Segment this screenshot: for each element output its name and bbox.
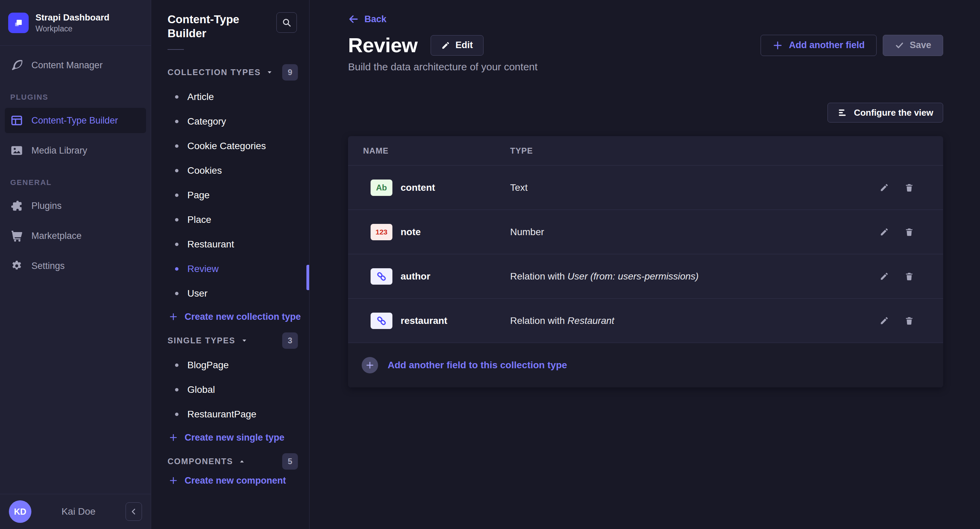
edit-field-button[interactable] bbox=[880, 227, 889, 236]
field-type-cell: Relation with User (from: users-permissi… bbox=[510, 271, 880, 282]
nav-item-marketplace[interactable]: Marketplace bbox=[5, 223, 146, 249]
nav-section-general: GENERAL bbox=[10, 178, 141, 187]
bullet-icon bbox=[175, 267, 178, 271]
nav-item-content-manager[interactable]: Content Manager bbox=[5, 53, 146, 78]
configure-row: Configure the view bbox=[348, 103, 943, 123]
field-type-cell: Relation with Restaurant bbox=[510, 315, 880, 326]
bullet-icon bbox=[175, 218, 178, 221]
single-types-count-badge: 3 bbox=[282, 332, 298, 349]
table-header: NAME TYPE bbox=[348, 136, 943, 166]
collection-type-item-article[interactable]: Article bbox=[151, 84, 309, 109]
collapse-nav-button[interactable] bbox=[126, 502, 142, 521]
column-header-name: NAME bbox=[363, 146, 510, 156]
active-item-indicator bbox=[306, 265, 309, 290]
collection-types-header: COLLECTION TYPES 9 bbox=[151, 64, 309, 81]
edit-field-button[interactable] bbox=[880, 183, 889, 192]
edit-field-button[interactable] bbox=[880, 272, 889, 281]
text-field-icon: Ab bbox=[371, 180, 392, 196]
create-new-single-type-link[interactable]: Create new single type bbox=[151, 427, 285, 448]
delete-field-button[interactable] bbox=[905, 272, 914, 281]
caret-up-icon[interactable] bbox=[239, 458, 245, 465]
plus-icon bbox=[169, 312, 178, 321]
trash-icon bbox=[905, 227, 914, 236]
field-name-cell: Ab content bbox=[363, 180, 510, 196]
chevron-left-icon bbox=[129, 507, 138, 516]
user-section: KD Kai Doe bbox=[0, 494, 151, 529]
collection-type-item-restaurant[interactable]: Restaurant bbox=[151, 232, 309, 257]
bullet-icon bbox=[175, 169, 178, 172]
collection-type-item-place[interactable]: Place bbox=[151, 207, 309, 232]
back-link[interactable]: Back bbox=[348, 14, 387, 25]
row-actions bbox=[880, 316, 914, 325]
number-field-icon: 123 bbox=[371, 224, 392, 240]
content-type-builder-panel: Content-Type Builder COLLECTION TYPES 9 … bbox=[151, 0, 310, 529]
collection-type-item-category[interactable]: Category bbox=[151, 109, 309, 134]
plus-icon bbox=[773, 40, 783, 51]
workspace-brand[interactable]: Strapi Dashboard Workplace bbox=[0, 0, 151, 46]
arrow-left-icon bbox=[348, 14, 359, 25]
nav-item-label: Content Manager bbox=[32, 60, 103, 71]
main-nav: Strapi Dashboard Workplace Content Manag… bbox=[0, 0, 151, 529]
single-type-item-restaurantpage[interactable]: RestaurantPage bbox=[151, 402, 309, 427]
plus-icon bbox=[169, 476, 178, 485]
bullet-icon bbox=[175, 144, 178, 148]
single-type-item-blogpage[interactable]: BlogPage bbox=[151, 353, 309, 378]
single-types-header: SINGLE TYPES 3 bbox=[151, 332, 309, 349]
bullet-icon bbox=[175, 413, 178, 416]
media-library-icon bbox=[10, 144, 23, 157]
delete-field-button[interactable] bbox=[905, 183, 914, 192]
field-type-cell: Text bbox=[510, 182, 880, 193]
caret-down-icon[interactable] bbox=[241, 337, 248, 344]
collection-type-item-review[interactable]: Review bbox=[151, 257, 309, 281]
pencil-icon bbox=[441, 41, 450, 50]
add-another-field-button[interactable]: Add another field bbox=[760, 35, 877, 56]
add-field-circle-button[interactable] bbox=[362, 357, 378, 373]
collection-types-label[interactable]: COLLECTION TYPES bbox=[167, 68, 261, 77]
row-actions bbox=[880, 183, 914, 192]
table-row: restaurant Relation with Restaurant bbox=[348, 299, 943, 343]
bullet-icon bbox=[175, 120, 178, 123]
edit-field-button[interactable] bbox=[880, 316, 889, 325]
strapi-logo-icon bbox=[8, 13, 29, 33]
bullet-icon bbox=[175, 292, 178, 295]
nav-item-plugins[interactable]: Plugins bbox=[5, 193, 146, 218]
collection-type-item-page[interactable]: Page bbox=[151, 183, 309, 207]
delete-field-button[interactable] bbox=[905, 316, 914, 325]
save-button[interactable]: Save bbox=[883, 35, 943, 56]
single-types-label[interactable]: SINGLE TYPES bbox=[167, 336, 235, 346]
title-row: Review Edit Add another field Save bbox=[348, 33, 943, 57]
fields-table: NAME TYPE Ab content Text 123 note bbox=[348, 136, 943, 387]
nav-item-settings[interactable]: Settings bbox=[5, 253, 146, 279]
nav-item-media-library[interactable]: Media Library bbox=[5, 138, 146, 163]
collection-type-item-user[interactable]: User bbox=[151, 281, 309, 306]
content-type-builder-icon bbox=[10, 114, 23, 127]
trash-icon bbox=[905, 272, 914, 281]
caret-down-icon[interactable] bbox=[266, 69, 273, 76]
components-label[interactable]: COMPONENTS bbox=[167, 457, 233, 466]
search-button[interactable] bbox=[277, 12, 297, 33]
create-new-collection-type-link[interactable]: Create new collection type bbox=[151, 306, 301, 328]
add-another-field-to-collection-link[interactable]: Add another field to this collection typ… bbox=[388, 360, 567, 371]
settings-icon bbox=[10, 260, 23, 272]
edit-button[interactable]: Edit bbox=[431, 35, 484, 56]
collection-type-item-cookies[interactable]: Cookies bbox=[151, 158, 309, 183]
brand-title: Strapi Dashboard bbox=[35, 12, 110, 23]
pencil-icon bbox=[880, 183, 889, 192]
field-name-cell: 123 note bbox=[363, 224, 510, 240]
collection-types-count-badge: 9 bbox=[282, 64, 298, 81]
nav-item-label: Settings bbox=[32, 261, 65, 271]
components-header: COMPONENTS 5 bbox=[151, 453, 309, 470]
page-subtitle: Build the data architecture of your cont… bbox=[348, 61, 943, 73]
link-icon bbox=[376, 315, 387, 327]
relation-field-icon bbox=[371, 268, 392, 285]
collection-type-item-cookie-categories[interactable]: Cookie Categories bbox=[151, 134, 309, 158]
bullet-icon bbox=[175, 243, 178, 246]
single-type-item-global[interactable]: Global bbox=[151, 378, 309, 402]
delete-field-button[interactable] bbox=[905, 227, 914, 236]
trash-icon bbox=[905, 316, 914, 325]
field-name-cell: author bbox=[363, 268, 510, 285]
create-new-component-link[interactable]: Create new component bbox=[151, 470, 286, 491]
bullet-icon bbox=[175, 388, 178, 392]
configure-the-view-button[interactable]: Configure the view bbox=[827, 103, 943, 123]
nav-item-content-type-builder[interactable]: Content-Type Builder bbox=[5, 108, 146, 133]
